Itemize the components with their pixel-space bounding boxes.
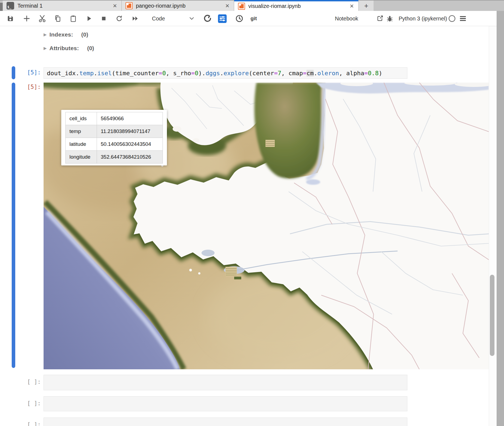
- attributes-section-toggle[interactable]: ▶ Attributes: (0): [44, 44, 94, 52]
- tooltip-key: longitude: [66, 150, 97, 163]
- restart-kernel-icon: [115, 15, 123, 22]
- tab-visualize-riomar[interactable]: visualize-riomar.ipynb ✕: [234, 0, 358, 11]
- cut-cells-icon: [38, 14, 46, 23]
- empty-cell-prompt: [ ]:: [15, 400, 41, 407]
- paste-cells-icon: [69, 15, 77, 22]
- selected-cell-bar: [12, 83, 15, 368]
- window-right-edge: [497, 11, 504, 426]
- save-button[interactable]: [7, 11, 14, 26]
- close-icon[interactable]: ✕: [112, 3, 118, 9]
- git-label: git: [251, 16, 257, 22]
- section-count: (0): [81, 31, 88, 38]
- tooltip-row: latitude 50.140056302443504: [66, 138, 163, 150]
- history-clock-button[interactable]: [235, 11, 243, 26]
- open-in-new-button[interactable]: [376, 11, 383, 26]
- triangle-right-icon: ▶: [44, 32, 47, 37]
- cell-type-value: Code: [152, 16, 165, 22]
- toolbar-menu-button[interactable]: [459, 11, 467, 26]
- cell-type-select[interactable]: Code: [152, 11, 165, 26]
- slider-settings-button[interactable]: [218, 11, 227, 26]
- tooltip-row: cell_ids 56549066: [66, 112, 163, 125]
- add-cell-icon: [23, 15, 30, 22]
- map-output[interactable]: cell_ids 56549066 temp 11.21803899407114…: [44, 83, 489, 369]
- tooltip-key: temp: [66, 125, 97, 138]
- new-tab-button[interactable]: +: [359, 1, 374, 11]
- stop-button[interactable]: [100, 11, 107, 26]
- run-icon: [85, 15, 93, 22]
- empty-cell-input[interactable]: [44, 418, 407, 426]
- chevron-down-icon: [189, 17, 194, 20]
- restart-kernel-button[interactable]: [115, 11, 123, 26]
- tooltip-value: 50.140056302443504: [97, 138, 163, 150]
- tab-bar: $_ Terminal 1 ✕ pangeo-riomar.ipynb ✕ vi…: [0, 0, 504, 11]
- tab-label: pangeo-riomar.ipynb: [136, 3, 185, 9]
- circle-swoosh-icon: [203, 14, 212, 23]
- kernel-name-text: Python 3 (ipykernel): [399, 16, 447, 22]
- tooltip-row: longitude 352.64473684210526: [66, 150, 163, 163]
- indexes-section-toggle[interactable]: ▶ Indexes: (0): [44, 31, 88, 39]
- tooltip-value: 11.218038994071147: [97, 125, 163, 138]
- close-icon[interactable]: ✕: [225, 3, 230, 9]
- empty-cell-prompt: [ ]:: [15, 379, 41, 385]
- tab-label: visualize-riomar.ipynb: [248, 3, 301, 9]
- window-edge: [0, 3, 3, 11]
- vertical-scrollbar-thumb[interactable]: [490, 275, 494, 356]
- empty-cell-prompt: [ ]:: [15, 421, 41, 426]
- tooltip-key: cell_ids: [66, 112, 97, 125]
- tab-label: Terminal 1: [17, 3, 42, 9]
- triangle-right-icon: ▶: [44, 46, 47, 51]
- notebook-mode-text: Notebook: [335, 16, 358, 22]
- debugger-button[interactable]: [386, 11, 393, 26]
- hamburger-menu-icon: [459, 15, 467, 22]
- save-icon: [7, 15, 14, 22]
- git-button[interactable]: git: [251, 11, 257, 26]
- cut-cells-button[interactable]: [38, 11, 46, 26]
- code-line: dout_idx.temp.isel(time_counter=0, s_rho…: [47, 70, 382, 77]
- tooltip-value: 56549066: [97, 112, 163, 125]
- kernel-status-circle-icon: [448, 15, 456, 22]
- open-in-new-icon: [376, 15, 383, 22]
- notebook-mode-label: Notebook: [335, 11, 358, 26]
- paste-cells-button[interactable]: [69, 11, 77, 26]
- execution-count-prompt: [5]:: [15, 69, 41, 76]
- code-cell-input[interactable]: dout_idx.temp.isel(time_counter=0, s_rho…: [44, 67, 407, 79]
- output-prompt: [5]:: [15, 84, 41, 90]
- tooltip-row: temp 11.218038994071147: [66, 125, 163, 138]
- section-label: Indexes:: [50, 31, 73, 38]
- stop-icon: [100, 15, 107, 22]
- copy-cells-button[interactable]: [54, 11, 62, 26]
- run-button[interactable]: [85, 11, 93, 26]
- kernel-status[interactable]: [448, 11, 456, 26]
- slider-settings-icon: [218, 14, 227, 23]
- empty-cell-input[interactable]: [44, 375, 407, 390]
- copy-cells-icon: [54, 15, 62, 22]
- notebook-icon: [238, 3, 245, 10]
- notebook-icon: [126, 2, 133, 9]
- add-cell-button[interactable]: [23, 11, 30, 26]
- tooltip-key: latitude: [66, 138, 97, 150]
- vertical-scrollbar-track[interactable]: [489, 26, 497, 426]
- cell-type-dropdown[interactable]: [189, 11, 194, 26]
- jupyterlab-window: $_ Terminal 1 ✕ pangeo-riomar.ipynb ✕ vi…: [0, 0, 504, 426]
- tab-terminal-1[interactable]: $_ Terminal 1 ✕: [3, 1, 122, 11]
- kernel-name[interactable]: Python 3 (ipykernel): [399, 11, 447, 26]
- tooltip-value: 352.64473684210526: [97, 150, 163, 163]
- section-label: Attributes:: [50, 45, 79, 52]
- notebook-panel: ▶ Indexes: (0) ▶ Attributes: (0) [5]: do…: [0, 26, 489, 426]
- empty-cell-input[interactable]: [44, 396, 407, 411]
- restart-run-all-button[interactable]: [132, 11, 140, 26]
- history-clock-icon: [235, 14, 243, 23]
- bug-icon: [386, 15, 393, 22]
- restart-run-all-icon: [132, 15, 140, 22]
- tooltip-table: cell_ids 56549066 temp 11.21803899407114…: [65, 112, 163, 164]
- circle-swoosh-button[interactable]: [203, 11, 212, 26]
- tab-pangeo-riomar[interactable]: pangeo-riomar.ipynb ✕: [122, 1, 234, 11]
- map-tooltip: cell_ids 56549066 temp 11.21803899407114…: [61, 110, 167, 165]
- notebook-toolbar: Code git: [0, 11, 497, 26]
- close-icon[interactable]: ✕: [349, 3, 355, 9]
- section-count: (0): [87, 45, 94, 52]
- terminal-icon: $_: [7, 2, 14, 10]
